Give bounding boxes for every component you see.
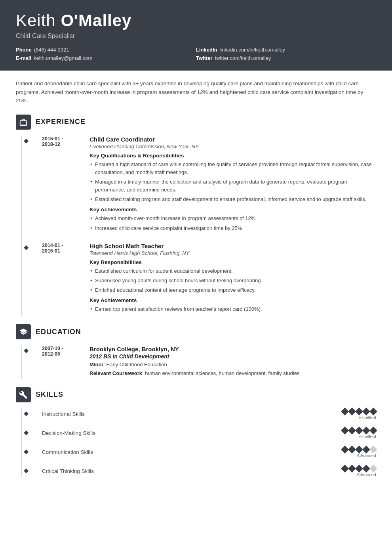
edu1-date-start: 2007-10 - [42, 346, 78, 351]
phone-value: (646) 444-3321 [34, 47, 69, 53]
skill3-rating: Advanced [342, 447, 376, 458]
contact-linkedin: LinkedInlinkedin.com/in/keith.omalley [196, 47, 376, 53]
skill2-name: Decision-Making Skills [42, 430, 95, 436]
skill4-name: Critical Thinking Skills [42, 468, 94, 474]
edu-1: 2007-10 - 2012-05 Brooklyn College, Broo… [34, 346, 376, 378]
job2-company: Townsend Harris High School, Flushing, N… [89, 250, 376, 256]
summary-text: Patient and dependable child care specia… [16, 79, 376, 105]
skill3-name: Communication Skills [42, 449, 93, 455]
skills-icon [16, 387, 31, 402]
experience-header: EXPERIENCE [16, 115, 376, 130]
job2-date-start: 2014-01 - [42, 243, 78, 248]
education-timeline: 2007-10 - 2012-05 Brooklyn College, Broo… [21, 346, 376, 378]
job1-title: Child Care Coordinator [89, 136, 376, 143]
skill1-level: Excellent [358, 415, 376, 420]
skill2-level: Excellent [358, 434, 376, 439]
job2-achievements-list: Earned top parent satisfaction reviews f… [89, 305, 376, 313]
experience-icon [16, 115, 31, 130]
first-name: Keith [16, 11, 61, 30]
skill3-dots [342, 447, 376, 452]
skill-3: Communication Skills Advanced [34, 447, 376, 458]
dot [369, 446, 377, 454]
job1-date-end: 2018-12 [42, 142, 78, 147]
edu1-minor: Minor: Early Childhood Education [89, 361, 376, 369]
list-item: Managed in a timely manner the collectio… [89, 178, 376, 194]
skill-1: Instructional Skills Excellent [34, 409, 376, 420]
email-label: E-mail [16, 55, 31, 61]
job1-achievements-title: Key Achievements [89, 207, 376, 212]
skill4-rating: Advanced [342, 466, 376, 477]
job1-date-start: 2015-01 - [42, 136, 78, 142]
job2-title: High School Math Teacher [89, 243, 376, 249]
contact-twitter: Twittertwitter.com/keith.omalley [196, 55, 376, 61]
edu1-date-end: 2012-05 [42, 351, 78, 357]
skill-4: Critical Thinking Skills Advanced [34, 466, 376, 477]
contact-grid: Phone(646) 444-3321 LinkedInlinkedin.com… [16, 47, 376, 61]
resume-main: Patient and dependable child care specia… [0, 71, 392, 498]
list-item: Enriched educational content of teenage … [89, 286, 376, 294]
skill2-rating: Excellent [342, 428, 376, 439]
skill1-name: Instructional Skills [42, 411, 85, 417]
job2-responsibilities-title: Key Responsibilities [89, 259, 376, 265]
skill2-dots [342, 428, 376, 433]
job-1: 2015-01 - 2018-12 Child Care Coordinator… [34, 136, 376, 235]
skills-wrench-icon [19, 390, 28, 399]
dot [369, 465, 377, 473]
edu1-school: Brooklyn College, Brooklyn, NY [89, 346, 376, 352]
job2-achievements-title: Key Achievements [89, 297, 376, 303]
linkedin-value: linkedin.com/in/keith.omalley [219, 47, 285, 53]
job1-qualifications-list: Ensured a high standard of care while co… [89, 161, 376, 204]
skill1-rating: Excellent [342, 409, 376, 420]
list-item: Increased child care service complaint i… [89, 224, 376, 232]
job-2: 2014-01 - 2015-01 High School Math Teach… [34, 243, 376, 316]
list-item: Established training program and staff d… [89, 195, 376, 203]
list-item: Established curriculum for student educa… [89, 267, 376, 275]
candidate-title: Child Care Specialist [16, 33, 376, 40]
education-header: EDUCATION [16, 324, 376, 339]
job2-date-end: 2015-01 [42, 248, 78, 254]
skills-title: SKILLS [36, 390, 63, 399]
contact-email: E-mailkeith.omalley@gmail.com [16, 55, 196, 61]
job1-qualifications-title: Key Qualifications & Responsibilities [89, 153, 376, 159]
candidate-name: Keith O'Malley [16, 11, 376, 30]
resume-header: Keith O'Malley Child Care Specialist Pho… [0, 0, 392, 71]
experience-section: EXPERIENCE 2015-01 - 2018-12 Child Care … [16, 115, 376, 316]
job1-company: Livelihood Planning Commission, New York… [89, 144, 376, 149]
email-value: keith.omalley@gmail.com [34, 55, 92, 61]
education-title: EDUCATION [36, 328, 81, 336]
twitter-value: twitter.com/keith.omalley [215, 55, 271, 61]
twitter-label: Twitter [196, 55, 213, 61]
education-section: EDUCATION 2007-10 - 2012-05 Brooklyn Col… [16, 324, 376, 378]
skill4-level: Advanced [357, 472, 376, 477]
list-item: Supervised young adults during school ho… [89, 277, 376, 285]
list-item: Earned top parent satisfaction reviews f… [89, 305, 376, 313]
skills-header: SKILLS [16, 387, 376, 402]
skill-2: Decision-Making Skills Excellent [34, 428, 376, 439]
dot [369, 427, 377, 434]
edu1-degree: 2012 BS in Child Development [89, 353, 376, 360]
contact-phone: Phone(646) 444-3321 [16, 47, 196, 53]
list-item: Achieved month-over-month increase in pr… [89, 214, 376, 222]
skills-timeline: Instructional Skills Excellent [21, 409, 376, 477]
edu1-coursework: Relevant Coursework: human environmental… [89, 369, 376, 377]
graduation-icon [19, 327, 28, 336]
skills-section: SKILLS Instructional Skills Exce [16, 387, 376, 477]
education-icon [16, 324, 31, 339]
job1-achievements-list: Achieved month-over-month increase in pr… [89, 214, 376, 232]
experience-title: EXPERIENCE [36, 118, 86, 126]
phone-label: Phone [16, 47, 32, 53]
linkedin-label: LinkedIn [196, 47, 217, 53]
dot [369, 408, 377, 415]
briefcase-icon [19, 118, 28, 126]
skill3-level: Advanced [357, 453, 376, 458]
experience-timeline: 2015-01 - 2018-12 Child Care Coordinator… [21, 136, 376, 316]
last-name: O'Malley [61, 11, 131, 30]
skill1-dots [342, 409, 376, 414]
skill4-dots [342, 466, 376, 471]
list-item: Ensured a high standard of care while co… [89, 161, 376, 176]
job2-responsibilities-list: Established curriculum for student educa… [89, 267, 376, 294]
